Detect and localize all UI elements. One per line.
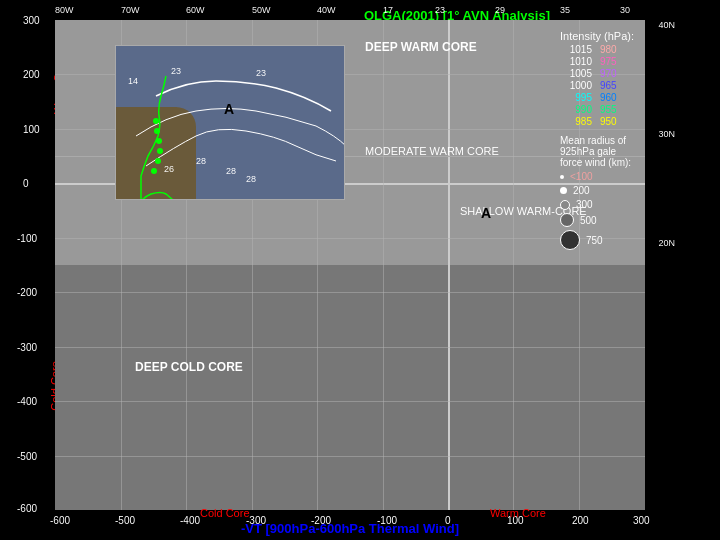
grid-h-6 bbox=[55, 401, 645, 402]
intensity-960: 960 bbox=[600, 92, 628, 103]
radius-label-300: 300 bbox=[576, 199, 593, 210]
radius-dot-100 bbox=[560, 175, 564, 179]
radius-title-1: Mean radius of bbox=[560, 135, 715, 146]
radius-legend: Mean radius of 925hPa gale force wind (k… bbox=[560, 135, 715, 250]
intensity-965: 965 bbox=[600, 80, 628, 91]
grid-h-4 bbox=[55, 292, 645, 293]
intensity-980: 980 bbox=[600, 44, 628, 55]
radius-title-2: 925hPa gale bbox=[560, 146, 715, 157]
intensity-970: 970 bbox=[600, 68, 628, 79]
grid-h-7 bbox=[55, 456, 645, 457]
grid-v-5 bbox=[383, 20, 384, 510]
xtick-top-35: 35 bbox=[560, 5, 570, 15]
xtick-top-n600: 80W bbox=[55, 5, 74, 15]
ytick-n400: -400 bbox=[17, 396, 37, 407]
radius-row-1: <100 bbox=[560, 171, 715, 182]
xtick-top-n200: 40W bbox=[317, 5, 336, 15]
xtick-top-n300: 50W bbox=[252, 5, 271, 15]
legend-row-6: 990 955 bbox=[560, 104, 715, 115]
legend-row-7: 985 950 bbox=[560, 116, 715, 127]
main-container: OLGA(2001) [1° AVN Analysis] Start (A): … bbox=[0, 0, 720, 540]
xtick-top-29: 29 bbox=[495, 5, 505, 15]
xtick-top-n500: 70W bbox=[121, 5, 140, 15]
legend-row-2: 1010 975 bbox=[560, 56, 715, 67]
xtick-top-23: 23 bbox=[435, 5, 445, 15]
intensity-955: 955 bbox=[600, 104, 628, 115]
x-zero-axis bbox=[448, 20, 450, 510]
intensity-990: 990 bbox=[560, 104, 592, 115]
ytick-100: 100 bbox=[23, 124, 40, 135]
radius-row-2: 200 bbox=[560, 185, 715, 196]
radius-dot-300 bbox=[560, 200, 570, 210]
intensity-1010: 1010 bbox=[560, 56, 592, 67]
xtick-top-30: 30 bbox=[620, 5, 630, 15]
ytick-300: 300 bbox=[23, 15, 40, 26]
radius-dot-750 bbox=[560, 230, 580, 250]
radius-row-5: 750 bbox=[560, 230, 715, 250]
ytick-n600: -600 bbox=[17, 503, 37, 514]
xtick-top-n100: 17 bbox=[383, 5, 393, 15]
cold-core-region bbox=[55, 265, 645, 510]
radius-label-100: <100 bbox=[570, 171, 593, 182]
radius-dot-200 bbox=[560, 187, 567, 194]
intensity-950: 950 bbox=[600, 116, 628, 127]
radius-label-200: 200 bbox=[573, 185, 590, 196]
intensity-985: 985 bbox=[560, 116, 592, 127]
intensity-title: Intensity (hPa): bbox=[560, 30, 715, 42]
track-dots bbox=[116, 46, 344, 199]
radius-row-3: 300 bbox=[560, 199, 715, 210]
svg-point-1 bbox=[155, 158, 161, 164]
xtick-top-n400: 60W bbox=[186, 5, 205, 15]
data-marker-A: A bbox=[481, 205, 491, 221]
radius-label-500: 500 bbox=[580, 215, 597, 226]
grid-h-3 bbox=[55, 238, 645, 239]
deep-cold-label: DEEP COLD CORE bbox=[135, 360, 243, 374]
ytick-n300: -300 bbox=[17, 342, 37, 353]
deep-warm-label: DEEP WARM CORE bbox=[365, 40, 477, 54]
svg-point-0 bbox=[151, 168, 157, 174]
legend-row-4: 1000 965 bbox=[560, 80, 715, 91]
intensity-1000: 1000 bbox=[560, 80, 592, 91]
intensity-1015: 1015 bbox=[560, 44, 592, 55]
grid-h-5 bbox=[55, 347, 645, 348]
intensity-1005: 1005 bbox=[560, 68, 592, 79]
svg-point-4 bbox=[154, 128, 160, 134]
ytick-0: 0 bbox=[23, 178, 29, 189]
radius-dot-500 bbox=[560, 213, 574, 227]
grid-v-7 bbox=[513, 20, 514, 510]
x-axis-label: -VT [900hPa-600hPa Thermal Wind] bbox=[55, 520, 645, 538]
svg-point-3 bbox=[156, 138, 162, 144]
radius-row-4: 500 bbox=[560, 213, 715, 227]
radius-unit: force wind (km): bbox=[560, 157, 715, 168]
legend-row-1: 1015 980 bbox=[560, 44, 715, 55]
intensity-995: 995 bbox=[560, 92, 592, 103]
ytick-n500: -500 bbox=[17, 451, 37, 462]
chart-area: DEEP WARM CORE MODERATE WARM CORE SHALLO… bbox=[55, 20, 645, 510]
ytick-n200: -200 bbox=[17, 287, 37, 298]
map-inset: 12Z22NOV2001 AVN SST (shaded) 14 23 23 bbox=[115, 45, 345, 200]
moderate-warm-label: MODERATE WARM CORE bbox=[365, 145, 499, 157]
svg-point-5 bbox=[153, 118, 159, 124]
rtick-40n: 40N bbox=[658, 20, 675, 30]
legend-row-3: 1005 970 bbox=[560, 68, 715, 79]
svg-point-2 bbox=[157, 148, 163, 154]
ytick-n100: -100 bbox=[17, 233, 37, 244]
legend-row-5: 995 960 bbox=[560, 92, 715, 103]
ytick-200: 200 bbox=[23, 69, 40, 80]
legend-area: Intensity (hPa): 1015 980 1010 975 1005 … bbox=[560, 30, 715, 250]
intensity-975: 975 bbox=[600, 56, 628, 67]
radius-label-750: 750 bbox=[586, 235, 603, 246]
